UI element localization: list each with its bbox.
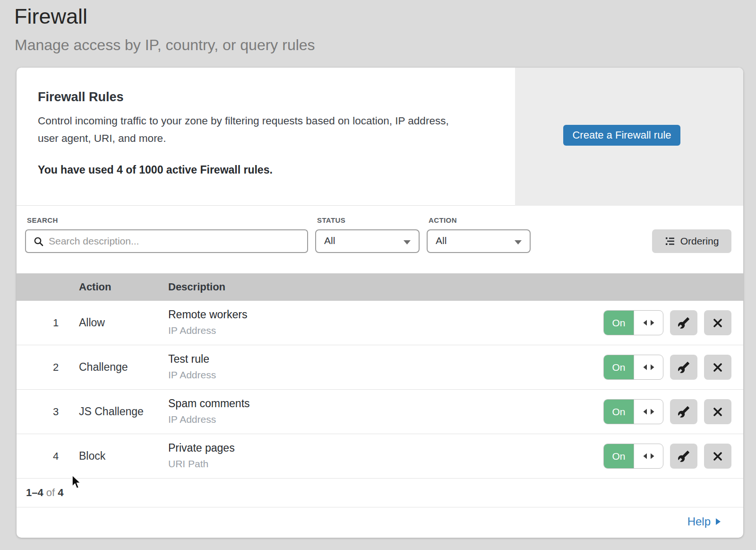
mouse-cursor xyxy=(71,475,84,491)
action-select[interactable]: All xyxy=(427,229,531,253)
action-select-value: All xyxy=(436,235,447,246)
list-ordering-icon xyxy=(665,236,675,246)
rule-field: IP Address xyxy=(168,414,216,425)
rule-action: Challenge xyxy=(79,361,128,374)
delete-rule-button[interactable] xyxy=(704,399,731,424)
banner-description: Control incoming traffic to your zone by… xyxy=(38,112,468,147)
column-header-description: Description xyxy=(168,281,225,293)
column-header-action: Action xyxy=(79,281,111,293)
rule-priority: 3 xyxy=(44,406,68,418)
toggle-on-label: On xyxy=(604,444,634,468)
close-icon xyxy=(712,362,723,373)
help-row: Help xyxy=(17,507,743,538)
pagination: 1–4 of 4 xyxy=(17,479,743,507)
rule-description: Private pages xyxy=(168,442,235,454)
rule-action: Allow xyxy=(79,316,105,329)
edit-rule-button[interactable] xyxy=(670,310,697,335)
rule-controls: On xyxy=(603,310,731,335)
chevron-down-icon xyxy=(515,240,522,244)
banner-heading: Firewall Rules xyxy=(38,90,124,105)
edit-rule-button[interactable] xyxy=(670,444,697,469)
table-header: Action Description xyxy=(17,273,743,301)
rule-toggle[interactable]: On xyxy=(603,444,663,469)
rule-action: JS Challenge xyxy=(79,405,144,418)
rule-priority: 4 xyxy=(44,450,68,463)
banner-usage-text: You have used 4 of 1000 active Firewall … xyxy=(38,164,273,176)
rule-field: IP Address xyxy=(168,325,216,336)
rule-controls: On xyxy=(603,444,731,469)
toggle-arrows-icon xyxy=(634,444,663,468)
rule-priority: 2 xyxy=(44,361,68,374)
pagination-range: 1–4 xyxy=(26,487,43,498)
rule-field: IP Address xyxy=(168,369,216,381)
rule-action: Block xyxy=(79,450,105,463)
toggle-on-label: On xyxy=(604,311,634,335)
wrench-icon xyxy=(678,450,690,463)
toggle-on-label: On xyxy=(604,400,634,424)
search-icon xyxy=(34,236,44,247)
table-row-3: 3 JS Challenge Spam comments IP Address … xyxy=(17,390,743,434)
toggle-arrows-icon xyxy=(634,355,663,379)
search-input[interactable] xyxy=(49,231,299,251)
wrench-icon xyxy=(678,406,690,418)
help-arrow-icon xyxy=(715,518,721,525)
table-row-2: 2 Challenge Test rule IP Address On xyxy=(17,345,743,390)
search-box[interactable] xyxy=(25,229,308,253)
firewall-page: Firewall Manage access by IP, country, o… xyxy=(0,0,756,550)
chevron-down-icon xyxy=(404,240,411,244)
page-title: Firewall xyxy=(14,4,87,29)
ordering-button[interactable]: Ordering xyxy=(652,229,731,253)
search-label: SEARCH xyxy=(27,216,58,224)
firewall-rules-banner: Firewall Rules Control incoming traffic … xyxy=(17,68,743,206)
rule-controls: On xyxy=(603,399,731,424)
help-link[interactable]: Help xyxy=(687,515,721,528)
delete-rule-button[interactable] xyxy=(704,355,731,380)
edit-rule-button[interactable] xyxy=(670,399,697,424)
rule-description: Test rule xyxy=(168,353,209,366)
firewall-rules-card: Firewall Rules Control incoming traffic … xyxy=(17,68,743,538)
create-firewall-rule-button[interactable]: Create a Firewall rule xyxy=(563,125,680,146)
page-subtitle: Manage access by IP, country, or query r… xyxy=(15,36,315,54)
filter-bar: SEARCH STATUS All ACTION All Ordering xyxy=(17,206,743,273)
ordering-button-label: Ordering xyxy=(680,236,719,247)
edit-rule-button[interactable] xyxy=(670,355,697,380)
status-label: STATUS xyxy=(317,216,345,224)
toggle-on-label: On xyxy=(604,355,634,379)
delete-rule-button[interactable] xyxy=(704,444,731,469)
action-label: ACTION xyxy=(429,216,457,224)
toggle-arrows-icon xyxy=(634,400,663,424)
status-select-value: All xyxy=(324,235,335,246)
pagination-of: of xyxy=(46,487,55,498)
wrench-icon xyxy=(678,361,690,374)
close-icon xyxy=(712,317,723,329)
rule-toggle[interactable]: On xyxy=(603,399,663,424)
rule-description: Spam comments xyxy=(168,397,250,410)
table-row-4: 4 Block Private pages URI Path On xyxy=(17,434,743,479)
toggle-arrows-icon xyxy=(634,311,663,335)
rule-controls: On xyxy=(603,355,731,380)
pagination-total: 4 xyxy=(58,487,63,498)
close-icon xyxy=(712,406,723,418)
rule-priority: 1 xyxy=(44,317,68,329)
rule-description: Remote workers xyxy=(168,308,247,321)
wrench-icon xyxy=(678,317,690,329)
rule-field: URI Path xyxy=(168,458,208,470)
delete-rule-button[interactable] xyxy=(704,310,731,335)
rule-toggle[interactable]: On xyxy=(603,310,663,335)
table-row-1: 1 Allow Remote workers IP Address On xyxy=(17,301,743,345)
close-icon xyxy=(712,451,723,462)
rule-toggle[interactable]: On xyxy=(603,355,663,380)
status-select[interactable]: All xyxy=(315,229,420,253)
help-link-label: Help xyxy=(687,515,711,528)
